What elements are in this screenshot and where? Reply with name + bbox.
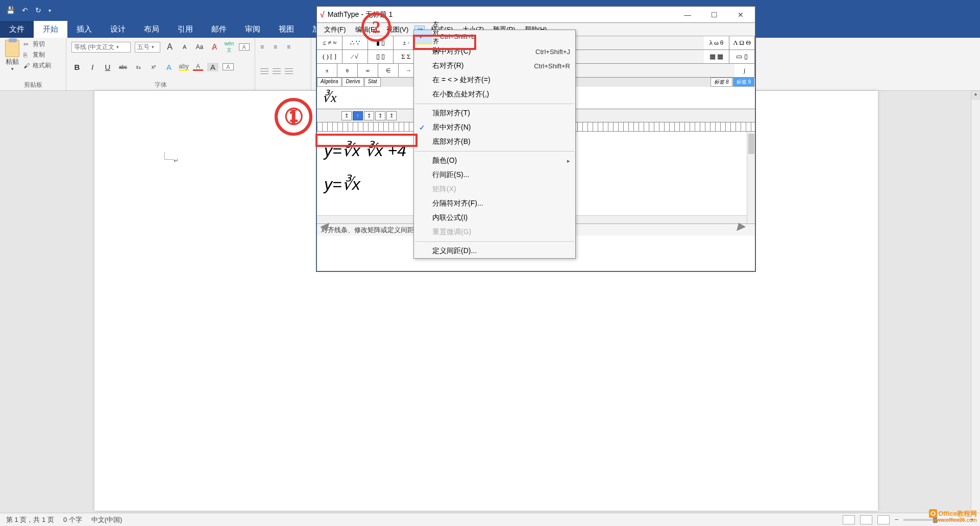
tab-design[interactable]: 设计 bbox=[101, 21, 135, 38]
grow-font-button[interactable]: A bbox=[164, 42, 175, 52]
menu-item[interactable]: 在 = < > 处对齐(=) bbox=[414, 73, 575, 87]
menu-item[interactable]: 定义间距(D)... bbox=[414, 244, 575, 258]
menu-item[interactable]: 底部对齐(B) bbox=[414, 135, 575, 149]
vertical-scrollbar[interactable]: ▴ bbox=[971, 91, 980, 513]
font-family-select[interactable]: 等线 (中文正文▾ bbox=[71, 42, 131, 53]
palette-tab[interactable]: Derivs bbox=[342, 78, 363, 87]
palette-cell[interactable]: ≤ ≠ ≈ bbox=[317, 36, 342, 49]
font-color-button[interactable]: A bbox=[193, 63, 203, 71]
scroll-up-icon[interactable]: ▴ bbox=[971, 91, 980, 100]
menu-item[interactable]: 行间距(S)... bbox=[414, 168, 575, 182]
pinyin-button[interactable]: wén文 bbox=[224, 41, 234, 54]
bullets-button[interactable]: ≡ bbox=[260, 43, 270, 51]
palette-cell[interactable]: θ bbox=[337, 64, 358, 77]
menu-item[interactable]: 颜色(O) bbox=[414, 154, 575, 168]
tab-review[interactable]: 审阅 bbox=[236, 21, 270, 38]
palette-tab[interactable]: Algebra bbox=[317, 78, 341, 87]
palette-cell[interactable]: ▦ ▦ bbox=[704, 50, 729, 63]
tab-home[interactable]: 开始 bbox=[34, 21, 67, 38]
align-btn-1[interactable]: ↥ bbox=[341, 111, 352, 120]
font-size-select[interactable]: 五号▾ bbox=[135, 42, 160, 53]
palette-cell[interactable]: ∞ bbox=[358, 64, 378, 77]
palette-cell[interactable]: ▭ ▯ bbox=[729, 50, 755, 63]
menu-item[interactable]: 内联公式(I) bbox=[414, 211, 575, 225]
menu-item-shortcut: Ctrl+Shift+R bbox=[534, 62, 575, 70]
minimize-button[interactable]: — bbox=[680, 11, 695, 19]
editor-v-scrollbar[interactable] bbox=[747, 132, 755, 223]
shrink-font-button[interactable]: A bbox=[179, 44, 190, 50]
palette-cell[interactable]: ▯ ▯ bbox=[368, 50, 394, 63]
qat-dropdown-icon[interactable]: ▾ bbox=[48, 8, 51, 13]
highlight-button[interactable]: aby bbox=[179, 63, 189, 71]
menu-file[interactable]: 文件(F) bbox=[321, 23, 349, 36]
format-painter-button[interactable]: 🖌格式刷 bbox=[23, 61, 51, 70]
align-right-button[interactable] bbox=[285, 68, 293, 74]
palette-tab[interactable]: Stat bbox=[364, 78, 381, 87]
web-layout-button[interactable] bbox=[877, 515, 890, 524]
underline-button[interactable]: U bbox=[102, 63, 113, 71]
palette-cell[interactable]: ∈ bbox=[378, 64, 399, 77]
enclosed-char-button[interactable]: A bbox=[223, 63, 234, 70]
menu-item[interactable]: 顶部对齐(T) bbox=[414, 106, 575, 120]
subscript-button[interactable]: x₂ bbox=[133, 64, 144, 70]
align-btn-3[interactable]: ↥ bbox=[364, 111, 374, 120]
menu-item[interactable]: 分隔符对齐(F)... bbox=[414, 196, 575, 211]
page-indicator[interactable]: 第 1 页，共 1 页 bbox=[6, 515, 54, 524]
print-layout-button[interactable] bbox=[860, 515, 872, 524]
menu-item-label: 右对齐(R) bbox=[432, 61, 463, 70]
align-center-button[interactable] bbox=[273, 68, 281, 74]
scroll-thumb[interactable] bbox=[748, 134, 754, 154]
tab-mail[interactable]: 邮件 bbox=[202, 21, 236, 38]
tab-file[interactable]: 文件 bbox=[0, 21, 34, 38]
clear-format-button[interactable]: A̷ bbox=[209, 42, 219, 52]
menu-item-shortcut: Ctrl+Shift+J bbox=[535, 48, 575, 56]
align-btn-2[interactable]: ↑ bbox=[353, 111, 363, 120]
align-left-button[interactable] bbox=[260, 68, 268, 74]
change-case-button[interactable]: Aa bbox=[194, 43, 205, 51]
tab-layout[interactable]: 布局 bbox=[135, 21, 168, 38]
palette-cell[interactable]: π bbox=[317, 64, 337, 77]
char-border-button[interactable]: A bbox=[239, 43, 250, 51]
palette-tab[interactable]: 标签 9 bbox=[733, 78, 754, 87]
copy-button[interactable]: ⎘复制 bbox=[23, 51, 51, 59]
word-count[interactable]: 0 个字 bbox=[63, 515, 82, 524]
palette-cell[interactable]: ⁄ √ bbox=[342, 50, 368, 63]
menu-item: 重置微调(G) bbox=[414, 225, 575, 239]
multilevel-button[interactable]: ≡ bbox=[287, 43, 296, 51]
annotation-rect-menuitem bbox=[413, 35, 476, 50]
paste-button[interactable]: 粘贴 ▾ bbox=[5, 40, 19, 71]
menu-item[interactable]: 右对齐(R)Ctrl+Shift+R bbox=[414, 59, 575, 73]
bold-button[interactable]: B bbox=[71, 63, 83, 71]
language-indicator[interactable]: 中文(中国) bbox=[91, 515, 122, 524]
palette-cell[interactable]: ∴ ∵ bbox=[342, 36, 368, 49]
format-dropdown-menu: 左对齐(L)Ctrl+Shift+L居中对齐(C)Ctrl+Shift+J右对齐… bbox=[413, 30, 576, 259]
palette-cell[interactable]: ( ) [ ] bbox=[317, 50, 342, 63]
superscript-button[interactable]: x² bbox=[148, 64, 159, 70]
palette-cell[interactable]: Λ Ω Θ bbox=[729, 36, 755, 49]
clipboard-group-label: 剪贴板 bbox=[5, 81, 61, 89]
zoom-out-button[interactable]: − bbox=[895, 516, 899, 523]
menu-item-label: 底部对齐(B) bbox=[432, 137, 471, 146]
maximize-button[interactable]: ☐ bbox=[707, 11, 721, 19]
read-mode-button[interactable] bbox=[843, 515, 855, 524]
palette-cell[interactable]: ∫ bbox=[734, 64, 755, 77]
close-button[interactable]: ✕ bbox=[733, 11, 748, 19]
redo-icon[interactable]: ↻ bbox=[35, 6, 41, 14]
tab-references[interactable]: 引用 bbox=[168, 21, 202, 38]
text-effects-button[interactable]: A bbox=[163, 63, 175, 71]
strike-button[interactable]: abc bbox=[117, 64, 129, 70]
menu-item[interactable]: 在小数点处对齐(,) bbox=[414, 87, 575, 102]
align-btn-4[interactable]: ↥ bbox=[375, 111, 385, 120]
palette-cell[interactable]: λ ω θ bbox=[704, 36, 729, 49]
char-shading-button[interactable]: A bbox=[207, 63, 218, 71]
tab-insert[interactable]: 插入 bbox=[67, 21, 101, 38]
save-icon[interactable]: 💾 bbox=[6, 6, 15, 14]
undo-icon[interactable]: ↶ bbox=[22, 6, 28, 14]
cut-button[interactable]: ✂剪切 bbox=[23, 40, 51, 48]
numbering-button[interactable]: ≡ bbox=[274, 43, 283, 51]
tab-view[interactable]: 视图 bbox=[270, 21, 303, 38]
align-btn-5[interactable]: ↥ bbox=[386, 111, 397, 120]
palette-tab[interactable]: 标签 8 bbox=[710, 78, 732, 87]
italic-button[interactable]: I bbox=[87, 63, 98, 71]
menu-item[interactable]: 居中对齐(N) bbox=[414, 120, 575, 135]
